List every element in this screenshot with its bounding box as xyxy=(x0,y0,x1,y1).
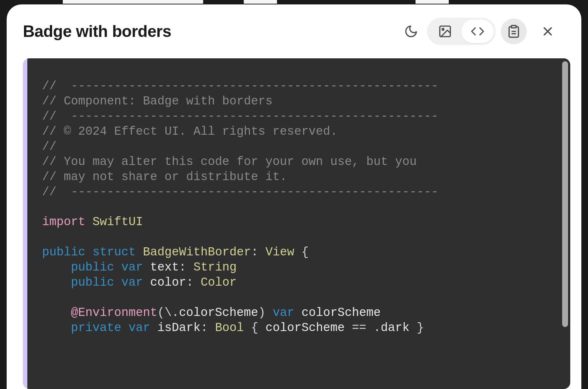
view-image-button[interactable] xyxy=(429,20,461,43)
theme-toggle-button[interactable] xyxy=(398,18,424,44)
background-tabs xyxy=(0,0,588,4)
copy-button[interactable] xyxy=(501,18,527,44)
moon-icon xyxy=(404,24,418,38)
modal-title: Badge with borders xyxy=(23,22,171,41)
scrollbar-thumb[interactable] xyxy=(562,61,568,327)
modal-header: Badge with borders xyxy=(7,4,581,55)
close-button[interactable] xyxy=(535,18,561,44)
code-icon xyxy=(471,24,485,38)
view-code-button[interactable] xyxy=(461,20,494,43)
code-container: // -------------------------------------… xyxy=(23,58,570,389)
view-toggle-group xyxy=(427,18,496,45)
image-icon xyxy=(438,24,452,38)
accent-bar xyxy=(23,58,27,389)
code-modal: Badge with borders xyxy=(7,4,581,389)
clipboard-icon xyxy=(507,24,521,38)
code-content: // -------------------------------------… xyxy=(42,79,555,336)
close-icon xyxy=(541,24,555,38)
svg-point-1 xyxy=(442,28,444,30)
code-area[interactable]: // -------------------------------------… xyxy=(27,58,570,389)
header-actions xyxy=(398,18,561,45)
svg-rect-2 xyxy=(512,25,516,28)
